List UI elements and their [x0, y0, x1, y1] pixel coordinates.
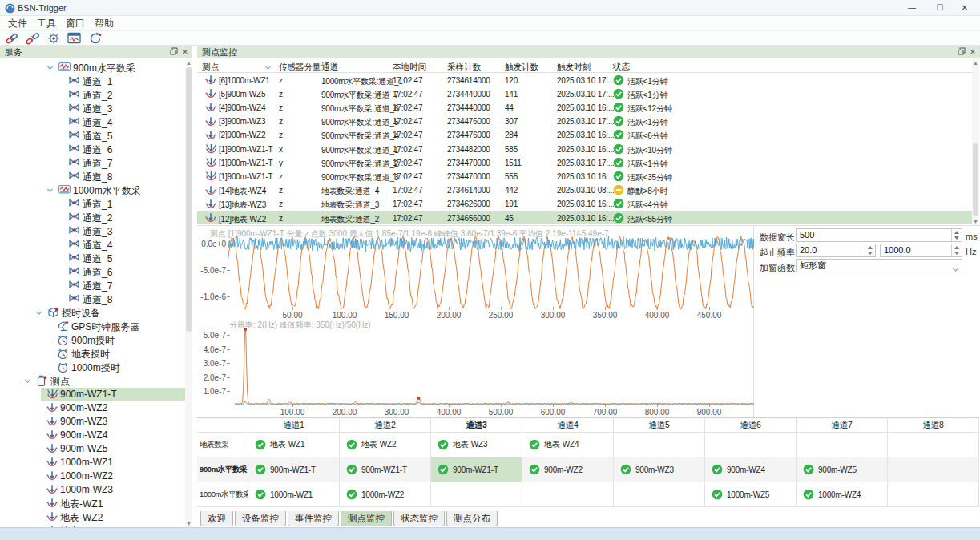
tree-item-GPS时钟服务器[interactable]: GPS时钟服务器 [0, 320, 185, 333]
grid-cell-1000m水平数采-5[interactable] [614, 482, 705, 507]
window-fn-select[interactable]: 矩形窗 [796, 259, 962, 272]
table-row-11[interactable]: [12]地表-WZ2z地表数采:通道_217:02:47273465600045… [197, 211, 972, 224]
table-row-9[interactable]: [14]地表-WZ4z地表数采:通道_417:02:47273461400044… [197, 183, 972, 197]
maximize-button[interactable]: ☐ [928, 2, 952, 14]
grid-cell-900m水平数采-7[interactable]: 900m-WZ5 [797, 457, 888, 482]
spin-down-icon[interactable] [954, 252, 959, 255]
monitor-window-icon[interactable] [67, 32, 81, 45]
grid-cell-地表数采-2[interactable]: 地表-WZ2 [340, 433, 431, 457]
tree-item-1000m-WZ3[interactable]: 1000m-WZ3 [0, 483, 185, 497]
menu-item-1[interactable]: 文件 [3, 16, 32, 31]
tree-item-通道_5[interactable]: 通道_5 [0, 252, 185, 265]
tab-事件监控[interactable]: 事件监控 [288, 511, 339, 526]
menu-item-3[interactable]: 窗口 [61, 16, 90, 31]
tree-item-1000m-WZ1[interactable]: 1000m-WZ1 [0, 456, 185, 469]
tree-item-通道_8[interactable]: 通道_8 [0, 170, 185, 183]
grid-cell-地表数采-5[interactable] [614, 433, 705, 457]
refresh-icon[interactable] [88, 32, 102, 45]
tree-item-通道_1[interactable]: 通道_1 [0, 75, 185, 88]
tree-item-900m-WZ5[interactable]: 900m-WZ5 [0, 442, 185, 456]
chevron-down-icon[interactable] [46, 63, 54, 72]
tree-item-授时设备[interactable]: 授时设备 [0, 306, 185, 320]
tree-item-通道_7[interactable]: 通道_7 [0, 156, 185, 170]
table-row-1[interactable]: [6]1000m-WZ1z1000m水平数采:通道_117:02:4727346… [197, 73, 972, 87]
scroll-up-icon[interactable]: ▲ [186, 60, 192, 66]
column-header-3[interactable]: 通道 [321, 62, 338, 73]
grid-cell-1000m水平数采-6[interactable]: 1000m-WZ5 [705, 482, 797, 507]
tree-item-地表授时[interactable]: 地表授时 [0, 347, 185, 361]
grid-cell-地表数采-1[interactable]: 地表-WZ1 [248, 433, 340, 457]
column-header-4[interactable]: 本地时间 [393, 62, 426, 73]
tab-状态监控[interactable]: 状态监控 [393, 511, 445, 526]
chevron-down-icon[interactable] [46, 186, 54, 195]
table-row-6[interactable]: [1]900m-WZ1-Tx900m水平数采:通道_117:02:4727344… [197, 142, 972, 155]
grid-cell-900m水平数采-8[interactable] [888, 457, 979, 482]
window-length-input[interactable]: 500 [796, 228, 962, 242]
close-panel-icon[interactable]: ✕ [968, 47, 978, 57]
tree-item-900m-WZ4[interactable]: 900m-WZ4 [0, 429, 185, 442]
table-row-10[interactable]: [13]地表-WZ3z地表数采:通道_317:02:47273462600019… [197, 197, 972, 211]
tree-item-通道_7[interactable]: 通道_7 [0, 279, 185, 292]
tab-测点监控[interactable]: 测点监控 [341, 511, 392, 526]
tree-item-900m-WZ1-T[interactable]: 900m-WZ1-T [0, 388, 185, 401]
grid-cell-900m水平数采-4[interactable]: 900m-WZ2 [522, 457, 614, 482]
freq-from-input[interactable]: 20.0 [796, 244, 876, 257]
tree-item-通道_5[interactable]: 通道_5 [0, 129, 185, 143]
tab-设备监控[interactable]: 设备监控 [235, 511, 286, 526]
tree-item-地表-WZ1[interactable]: 地表-WZ1 [0, 497, 185, 510]
grid-cell-地表数采-8[interactable] [888, 433, 979, 457]
chevron-down-icon[interactable] [23, 377, 32, 385]
table-row-7[interactable]: [1]900m-WZ1-Ty900m水平数采:通道_217:02:4727344… [197, 155, 972, 169]
menu-item-2[interactable]: 工具 [32, 16, 61, 31]
float-panel-icon[interactable] [169, 47, 179, 57]
tree-item-通道_1[interactable]: 通道_1 [0, 197, 185, 211]
chart-area[interactable]: 测点:[1]900m-WZ1-T 分量:z 点数:3000 最大值:1.85e-… [197, 225, 754, 417]
tree-scrollbar[interactable]: ▲ ▼ [185, 59, 192, 527]
grid-cell-1000m水平数采-8[interactable] [888, 482, 979, 507]
tree-item-地表-WZ2[interactable]: 地表-WZ2 [0, 510, 185, 524]
grid-cell-900m水平数采-1[interactable]: 900m-WZ1-T [248, 457, 340, 482]
spin-up-icon[interactable] [868, 246, 873, 249]
table-row-2[interactable]: [5]900m-WZ5z900m水平数采:通道_717:02:472734440… [197, 87, 972, 100]
waveform-plot[interactable] [228, 236, 754, 309]
column-header-6[interactable]: 触发计数 [505, 62, 538, 73]
table-row-4[interactable]: [3]900m-WZ3z900m水平数采:通道_517:02:472734476… [197, 115, 972, 128]
freq-to-input[interactable]: 1000.0 [880, 244, 962, 257]
grid-cell-地表数采-3[interactable]: 地表-WZ3 [431, 433, 522, 457]
spin-down-icon[interactable] [954, 236, 959, 240]
tree-item-通道_6[interactable]: 通道_6 [0, 143, 185, 156]
spinner[interactable] [951, 229, 962, 241]
grid-cell-1000m水平数采-4[interactable] [522, 482, 614, 507]
close-button[interactable]: ✕ [953, 2, 977, 14]
tab-欢迎[interactable]: 欢迎 [200, 511, 233, 526]
grid-cell-900m水平数采-3[interactable]: 900m-WZ1-T [431, 457, 522, 482]
tree-item-通道_3[interactable]: 通道_3 [0, 102, 185, 115]
spinner[interactable] [951, 244, 962, 256]
column-header-8[interactable]: 状态 [613, 62, 630, 73]
spin-up-icon[interactable] [954, 246, 959, 249]
sort-indicator-icon[interactable] [264, 62, 272, 74]
disconnect-icon[interactable] [26, 32, 39, 45]
scrollbar-thumb[interactable] [186, 67, 192, 332]
tree-item-测点[interactable]: 测点 [0, 374, 185, 388]
close-panel-icon[interactable]: ✕ [180, 47, 190, 57]
grid-cell-1000m水平数采-2[interactable]: 1000m-WZ2 [340, 482, 431, 507]
tree-item-通道_4[interactable]: 通道_4 [0, 238, 185, 252]
table-row-3[interactable]: [4]900m-WZ4z900m水平数采:通道_617:02:472734440… [197, 100, 972, 114]
grid-cell-1000m水平数采-7[interactable]: 1000m-WZ4 [797, 482, 888, 507]
float-panel-icon[interactable] [957, 47, 966, 57]
tree-item-900m水平数采[interactable]: 900m水平数采 [0, 61, 185, 75]
spin-up-icon[interactable] [954, 231, 959, 234]
column-header-1[interactable]: 测点 [202, 62, 219, 73]
column-header-2[interactable]: 传感器分量 [279, 62, 321, 73]
table-row-8[interactable]: [1]900m-WZ1-Tz900m水平数采:通道_317:02:4727344… [197, 169, 972, 183]
tree-item-900m授时[interactable]: 900m授时 [0, 333, 185, 347]
tree-item-900m-WZ3[interactable]: 900m-WZ3 [0, 415, 185, 429]
grid-cell-地表数采-4[interactable]: 地表-WZ4 [522, 433, 614, 457]
grid-cell-900m水平数采-6[interactable]: 900m-WZ4 [705, 457, 797, 482]
column-header-7[interactable]: 触发时刻 [557, 62, 591, 73]
tree-item-通道_2[interactable]: 通道_2 [0, 211, 185, 224]
settings-icon[interactable] [46, 32, 60, 45]
tree-item-900m-WZ2[interactable]: 900m-WZ2 [0, 401, 185, 415]
grid-cell-900m水平数采-2[interactable]: 900m-WZ1-T [340, 457, 431, 482]
